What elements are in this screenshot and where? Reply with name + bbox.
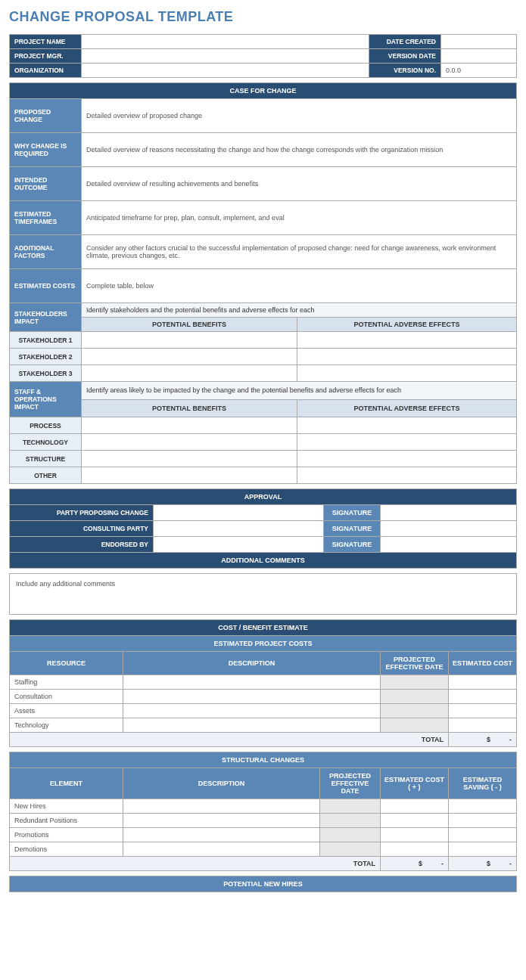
technology-benefits[interactable] xyxy=(82,434,297,451)
proposed-change-value[interactable]: Detailed overview of proposed change xyxy=(82,99,517,133)
structure-adverse[interactable] xyxy=(297,451,517,467)
factors-label: ADDITIONAL FACTORS xyxy=(10,235,82,269)
date-created-label: DATE CREATED xyxy=(369,35,441,49)
stakeholder1-benefits[interactable] xyxy=(82,332,297,349)
demotions-desc[interactable] xyxy=(123,842,320,857)
demotions-date[interactable] xyxy=(320,842,381,857)
staff-ops-desc: Identify areas likely to be impacted by … xyxy=(82,382,517,400)
promotions-saving[interactable] xyxy=(449,828,517,842)
costs-label: ESTIMATED COSTS xyxy=(10,269,82,303)
structural-total-label: TOTAL xyxy=(10,857,381,871)
timeframes-value[interactable]: Anticipated timeframe for prep, plan, co… xyxy=(82,201,517,235)
promotions-desc[interactable] xyxy=(123,828,320,842)
assets-desc[interactable] xyxy=(123,704,381,718)
adverse-header-2: POTENTIAL ADVERSE EFFECTS xyxy=(297,399,517,417)
new-hires-desc[interactable] xyxy=(123,799,320,814)
other-adverse[interactable] xyxy=(297,467,517,484)
technology-cost-value[interactable] xyxy=(449,718,517,733)
outcome-value[interactable]: Detailed overview of resulting achieveme… xyxy=(82,167,517,201)
stakeholder2-adverse[interactable] xyxy=(297,349,517,365)
structural-total-saving: $ - xyxy=(449,857,517,871)
version-date-value[interactable] xyxy=(441,49,517,64)
potential-new-hires-header: POTENTIAL NEW HIRES xyxy=(10,876,517,892)
technology-adverse[interactable] xyxy=(297,434,517,451)
stakeholder1-adverse[interactable] xyxy=(297,332,517,349)
costs-value[interactable]: Complete table, below xyxy=(82,269,517,303)
assets-date[interactable] xyxy=(381,704,449,718)
est-cost-plus-header: ESTIMATED COST ( + ) xyxy=(381,768,449,799)
new-hires-date[interactable] xyxy=(320,799,381,814)
date-created-value[interactable] xyxy=(441,35,517,49)
cost-benefit-table: COST / BENEFIT ESTIMATE ESTIMATED PROJEC… xyxy=(9,619,517,747)
demotions-saving[interactable] xyxy=(449,842,517,857)
resource-header: RESOURCE xyxy=(10,652,123,675)
stakeholder3-benefits[interactable] xyxy=(82,365,297,382)
staffing-cost[interactable] xyxy=(449,675,517,690)
page-title: CHANGE PROPOSAL TEMPLATE xyxy=(9,9,517,25)
assets-label: Assets xyxy=(10,704,123,718)
why-required-value[interactable]: Detailed overview of reasons necessitati… xyxy=(82,133,517,167)
technology-cost-desc[interactable] xyxy=(123,718,381,733)
project-total-label: TOTAL xyxy=(10,733,449,747)
approval-table: APPROVAL PARTY PROPOSING CHANGE SIGNATUR… xyxy=(9,488,517,569)
additional-comments-header: ADDITIONAL COMMENTS xyxy=(10,553,517,569)
project-mgr-value[interactable] xyxy=(82,49,369,64)
endorsed-label: ENDORSED BY xyxy=(10,537,154,553)
stakeholder3-adverse[interactable] xyxy=(297,365,517,382)
staffing-desc[interactable] xyxy=(123,675,381,690)
stakeholders-label: STAKEHOLDERS IMPACT xyxy=(10,303,82,332)
redundant-date[interactable] xyxy=(320,814,381,828)
signature-1[interactable] xyxy=(381,505,517,521)
project-total-value: $ - xyxy=(449,733,517,747)
potential-new-hires-table: POTENTIAL NEW HIRES xyxy=(9,876,517,892)
consulting-label: CONSULTING PARTY xyxy=(10,521,154,537)
stakeholders-desc: Identify stakeholders and the potential … xyxy=(82,303,517,318)
stakeholder2-label: STAKEHOLDER 2 xyxy=(10,349,82,365)
redundant-label: Redundant Positions xyxy=(10,814,123,828)
demotions-cost[interactable] xyxy=(381,842,449,857)
organization-value[interactable] xyxy=(82,64,369,78)
staffing-label: Staffing xyxy=(10,675,123,690)
structure-benefits[interactable] xyxy=(82,451,297,467)
structural-total-cost: $ - xyxy=(381,857,449,871)
case-for-change-header: CASE FOR CHANGE xyxy=(10,83,517,99)
additional-comments-box[interactable]: Include any additional comments xyxy=(9,573,517,615)
signature-2[interactable] xyxy=(381,521,517,537)
assets-cost[interactable] xyxy=(449,704,517,718)
stakeholder2-benefits[interactable] xyxy=(82,349,297,365)
consultation-desc[interactable] xyxy=(123,690,381,704)
cost-benefit-header: COST / BENEFIT ESTIMATE xyxy=(10,620,517,636)
other-benefits[interactable] xyxy=(82,467,297,484)
factors-value[interactable]: Consider any other factors crucial to th… xyxy=(82,235,517,269)
promotions-cost[interactable] xyxy=(381,828,449,842)
redundant-saving[interactable] xyxy=(449,814,517,828)
organization-label: ORGANIZATION xyxy=(10,64,82,78)
process-label: PROCESS xyxy=(10,417,82,434)
new-hires-cost[interactable] xyxy=(381,799,449,814)
version-no-value[interactable]: 0.0.0 xyxy=(441,64,517,78)
version-no-label: VERSION NO. xyxy=(369,64,441,78)
technology-label: TECHNOLOGY xyxy=(10,434,82,451)
version-date-label: VERSION DATE xyxy=(369,49,441,64)
signature-3[interactable] xyxy=(381,537,517,553)
technology-cost-date[interactable] xyxy=(381,718,449,733)
process-benefits[interactable] xyxy=(82,417,297,434)
new-hires-saving[interactable] xyxy=(449,799,517,814)
signature-label-3: SIGNATURE xyxy=(324,537,381,553)
consulting-value[interactable] xyxy=(154,521,324,537)
party-proposing-value[interactable] xyxy=(154,505,324,521)
redundant-cost[interactable] xyxy=(381,814,449,828)
benefits-header-2: POTENTIAL BENEFITS xyxy=(82,399,297,417)
consultation-cost[interactable] xyxy=(449,690,517,704)
consultation-date[interactable] xyxy=(381,690,449,704)
adverse-header-1: POTENTIAL ADVERSE EFFECTS xyxy=(297,318,517,332)
project-name-value[interactable] xyxy=(82,35,369,49)
promotions-date[interactable] xyxy=(320,828,381,842)
projected-date-header-1: PROJECTED EFFECTIVE DATE xyxy=(381,652,449,675)
technology-cost-label: Technology xyxy=(10,718,123,733)
other-label: OTHER xyxy=(10,467,82,484)
redundant-desc[interactable] xyxy=(123,814,320,828)
staffing-date[interactable] xyxy=(381,675,449,690)
endorsed-value[interactable] xyxy=(154,537,324,553)
process-adverse[interactable] xyxy=(297,417,517,434)
